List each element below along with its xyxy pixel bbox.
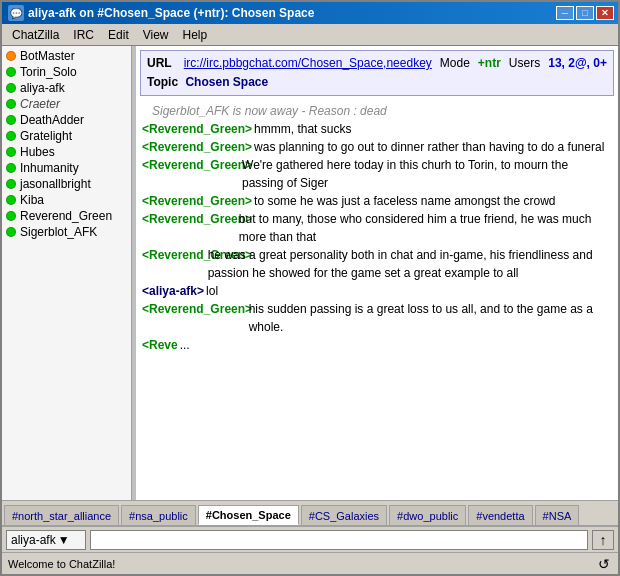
user-name: Inhumanity bbox=[20, 161, 79, 175]
message-nick: <Reverend_Green> bbox=[142, 300, 247, 336]
minimize-button[interactable]: ─ bbox=[556, 6, 574, 20]
sidebar-user[interactable]: Kiba bbox=[2, 192, 131, 208]
sidebar-user[interactable]: jasonallbright bbox=[2, 176, 131, 192]
user-status-dot bbox=[6, 147, 16, 157]
current-nick: aliya-afk bbox=[11, 533, 56, 547]
close-button[interactable]: ✕ bbox=[596, 6, 614, 20]
channel-tab[interactable]: #north_star_alliance bbox=[4, 505, 119, 525]
message-text: to some he was just a faceless name amon… bbox=[254, 192, 555, 210]
sidebar-user[interactable]: Inhumanity bbox=[2, 160, 131, 176]
user-status-dot bbox=[6, 163, 16, 173]
channel-url[interactable]: irc://irc.pbbgchat.com/Chosen_Space,need… bbox=[184, 55, 432, 72]
main-container: BotMasterTorin_Soloaliya-afkCraeterDeath… bbox=[2, 46, 618, 500]
channel-mode: +ntr bbox=[478, 55, 501, 72]
message-row: <aliya-afk> lol bbox=[140, 282, 614, 300]
menu-bar: ChatZilla IRC Edit View Help bbox=[2, 24, 618, 46]
message-row: <Reverend_Green> to some he was just a f… bbox=[140, 192, 614, 210]
message-nick: <Reve bbox=[142, 336, 178, 354]
message-row: <Reverend_Green> but to many, those who … bbox=[140, 210, 614, 246]
user-name: Sigerblot_AFK bbox=[20, 225, 97, 239]
sidebar-user[interactable]: BotMaster bbox=[2, 48, 131, 64]
channel-tab[interactable]: #dwo_public bbox=[389, 505, 466, 525]
url-label: URL bbox=[147, 55, 172, 72]
title-label: aliya-afk on #Chosen_Space (+ntr): Chose… bbox=[28, 6, 314, 20]
message-row: <Reverend_Green> his sudden passing is a… bbox=[140, 300, 614, 336]
menu-irc[interactable]: IRC bbox=[67, 26, 100, 44]
channel-info-bar: URL irc://irc.pbbgchat.com/Chosen_Space,… bbox=[140, 50, 614, 96]
message-list[interactable]: Sigerblot_AFK is now away - Reason : dea… bbox=[136, 100, 618, 500]
sidebar-user[interactable]: aliya-afk bbox=[2, 80, 131, 96]
user-status-dot bbox=[6, 67, 16, 77]
user-name: Craeter bbox=[20, 97, 60, 111]
message-text: his sudden passing is a great loss to us… bbox=[249, 300, 612, 336]
sidebar-user[interactable]: Craeter bbox=[2, 96, 131, 112]
user-name: DeathAdder bbox=[20, 113, 84, 127]
user-status-dot bbox=[6, 99, 16, 109]
nick-dropdown[interactable]: aliya-afk ▼ bbox=[6, 530, 86, 550]
message-text: was planning to go out to dinner rather … bbox=[254, 138, 604, 156]
user-status-dot bbox=[6, 115, 16, 125]
title-bar: 💬 aliya-afk on #Chosen_Space (+ntr): Cho… bbox=[2, 2, 618, 24]
message-text: lol bbox=[206, 282, 218, 300]
user-name: Reverend_Green bbox=[20, 209, 112, 223]
users-label: Users bbox=[509, 55, 540, 72]
channel-tab[interactable]: #Chosen_Space bbox=[198, 505, 299, 525]
message-text: ... bbox=[180, 336, 190, 354]
menu-chatzilla[interactable]: ChatZilla bbox=[6, 26, 65, 44]
channel-tabs: #north_star_alliance#nsa_public#Chosen_S… bbox=[2, 500, 618, 526]
maximize-button[interactable]: □ bbox=[576, 6, 594, 20]
message-text: hmmm, that sucks bbox=[254, 120, 351, 138]
user-name: jasonallbright bbox=[20, 177, 91, 191]
title-text: 💬 aliya-afk on #Chosen_Space (+ntr): Cho… bbox=[8, 5, 314, 21]
user-status-dot bbox=[6, 51, 16, 61]
message-nick: <Reverend_Green> bbox=[142, 246, 206, 282]
sidebar-user[interactable]: Gratelight bbox=[2, 128, 131, 144]
user-name: BotMaster bbox=[20, 49, 75, 63]
menu-help[interactable]: Help bbox=[177, 26, 214, 44]
message-row: <Reverend_Green> hmmm, that sucks bbox=[140, 120, 614, 138]
message-nick: <aliya-afk> bbox=[142, 282, 204, 300]
channel-tab[interactable]: #CS_Galaxies bbox=[301, 505, 387, 525]
dropdown-arrow-icon: ▼ bbox=[58, 533, 70, 547]
input-bar: aliya-afk ▼ ↑ bbox=[2, 526, 618, 552]
send-button[interactable]: ↑ bbox=[592, 530, 614, 550]
user-status-dot bbox=[6, 227, 16, 237]
user-name: Kiba bbox=[20, 193, 44, 207]
sidebar-user[interactable]: Torin_Solo bbox=[2, 64, 131, 80]
message-row: <Reverend_Green> was planning to go out … bbox=[140, 138, 614, 156]
sidebar-user[interactable]: Reverend_Green bbox=[2, 208, 131, 224]
message-text: but to many, those who considered him a … bbox=[239, 210, 612, 246]
menu-edit[interactable]: Edit bbox=[102, 26, 135, 44]
channel-tab[interactable]: #nsa_public bbox=[121, 505, 196, 525]
channel-tab[interactable]: #NSA bbox=[535, 505, 580, 525]
status-bar: Welcome to ChatZilla! ↺ bbox=[2, 552, 618, 574]
sidebar-user[interactable]: DeathAdder bbox=[2, 112, 131, 128]
message-nick: <Reverend_Green> bbox=[142, 192, 252, 210]
message-nick: <Reverend_Green> bbox=[142, 138, 252, 156]
message-row: <Reve ... bbox=[140, 336, 614, 354]
message-row: Sigerblot_AFK is now away - Reason : dea… bbox=[140, 102, 614, 120]
channel-topic: Chosen Space bbox=[185, 74, 268, 91]
channel-tab[interactable]: #vendetta bbox=[468, 505, 532, 525]
user-list[interactable]: BotMasterTorin_Soloaliya-afkCraeterDeath… bbox=[2, 46, 132, 500]
message-nick: <Reverend_Green> bbox=[142, 156, 240, 192]
system-message: Sigerblot_AFK is now away - Reason : dea… bbox=[142, 102, 387, 120]
message-text: he was a great personality both in chat … bbox=[208, 246, 612, 282]
topic-label: Topic bbox=[147, 74, 178, 91]
sidebar-user[interactable]: Sigerblot_AFK bbox=[2, 224, 131, 240]
chat-area: URL irc://irc.pbbgchat.com/Chosen_Space,… bbox=[136, 46, 618, 500]
user-status-dot bbox=[6, 195, 16, 205]
menu-view[interactable]: View bbox=[137, 26, 175, 44]
user-name: Hubes bbox=[20, 145, 55, 159]
sidebar-user[interactable]: Hubes bbox=[2, 144, 131, 160]
message-nick: <Reverend_Green> bbox=[142, 120, 252, 138]
user-status-dot bbox=[6, 83, 16, 93]
user-name: aliya-afk bbox=[20, 81, 65, 95]
message-input[interactable] bbox=[90, 530, 588, 550]
refresh-icon[interactable]: ↺ bbox=[596, 556, 612, 572]
message-row: <Reverend_Green> We're gathered here tod… bbox=[140, 156, 614, 192]
app-icon: 💬 bbox=[8, 5, 24, 21]
message-nick: <Reverend_Green> bbox=[142, 210, 237, 246]
message-row: <Reverend_Green> he was a great personal… bbox=[140, 246, 614, 282]
message-text: We're gathered here today in this churh … bbox=[242, 156, 612, 192]
